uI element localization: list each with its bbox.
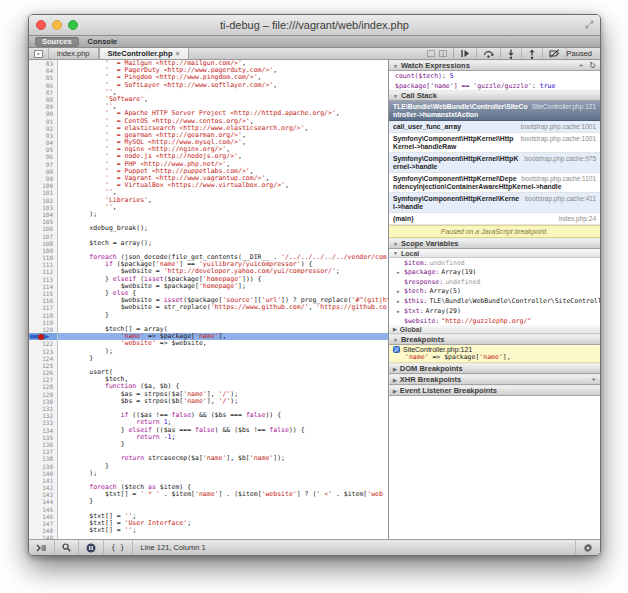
code-line[interactable]: ); (58, 470, 388, 477)
line-number[interactable]: 100 (29, 182, 57, 189)
section-event-listener-breakpoints[interactable]: ▶ Event Listener Breakpoints (389, 385, 600, 396)
line-number[interactable]: 87 (29, 89, 57, 96)
line-number[interactable]: 146 (29, 513, 57, 520)
code-line[interactable]: $txt[] = ''; (58, 527, 388, 534)
line-number[interactable]: 110 (29, 254, 57, 261)
line-number[interactable]: 129 (29, 391, 57, 398)
line-number[interactable]: 101 (29, 189, 57, 196)
add-watch-icon[interactable]: + (579, 61, 584, 70)
line-number[interactable]: 124 (29, 355, 57, 362)
line-number[interactable]: 91 (29, 118, 57, 125)
fullscreen-icon[interactable] (585, 20, 594, 29)
line-number[interactable]: 134 (29, 427, 57, 434)
code-line[interactable]: } (58, 441, 388, 448)
line-number[interactable]: 85 (29, 74, 57, 81)
scope-variable[interactable]: ▶$tech: Array(5) (389, 286, 600, 296)
pretty-print-icon[interactable]: { } (104, 540, 133, 555)
line-number[interactable]: 138 (29, 455, 57, 462)
line-number[interactable]: 84 (29, 67, 57, 74)
line-number[interactable]: 139 (29, 463, 57, 470)
line-number[interactable]: 98 (29, 168, 57, 175)
line-number[interactable]: 120 (29, 326, 57, 333)
line-number[interactable]: 115 (29, 290, 57, 297)
code-line[interactable]: } (58, 312, 388, 319)
scope-variable[interactable]: ▶$txt: Array(29) (389, 306, 600, 316)
code-line[interactable]: } (58, 498, 388, 505)
step-out-icon[interactable] (522, 48, 543, 59)
line-number[interactable]: 132 (29, 412, 57, 419)
line-number[interactable]: 135 (29, 434, 57, 441)
line-number[interactable]: 89 (29, 103, 57, 110)
line-number[interactable]: 90 (29, 110, 57, 117)
line-number[interactable]: 83 (29, 60, 57, 67)
line-number[interactable]: 97 (29, 161, 57, 168)
section-call-stack[interactable]: ▼ Call Stack (389, 90, 600, 101)
settings-gear-icon[interactable] (575, 540, 600, 555)
call-stack-frame[interactable]: SiteController.php:121TLE\Bundle\WebBund… (389, 101, 600, 121)
code-line[interactable]: $bs = strpos($b['name'], '/'); (58, 398, 388, 405)
breakpoint-entry[interactable]: ✓ SiteController.php:121 'name' => $pack… (389, 345, 600, 363)
tab-sources[interactable]: Sources (35, 37, 79, 47)
expand-triangle-icon[interactable]: ▶ (397, 288, 402, 296)
line-number[interactable]: 144 (29, 498, 57, 505)
add-xhr-breakpoint-icon[interactable]: + (591, 375, 596, 384)
line-number[interactable]: 99 (29, 175, 57, 182)
line-number[interactable]: 117 (29, 304, 57, 311)
refresh-watch-icon[interactable]: ↻ (589, 61, 596, 70)
line-number[interactable]: 86 (29, 82, 57, 89)
line-number[interactable]: 113 (29, 276, 57, 283)
line-number[interactable]: 105 (29, 218, 57, 225)
section-breakpoints[interactable]: ▼ Breakpoints (389, 334, 600, 345)
line-number[interactable] (29, 333, 57, 340)
line-number[interactable]: 114 (29, 283, 57, 290)
scope-variable[interactable]: ▶$package: Array(19) (389, 267, 600, 277)
line-number[interactable]: 133 (29, 419, 57, 426)
tab-index-php[interactable]: index.php (49, 48, 99, 59)
scope-group-global[interactable]: ▶ Global (389, 325, 600, 334)
line-number[interactable]: 96 (29, 153, 57, 160)
code-line[interactable]: ); (58, 211, 388, 218)
close-tab-icon[interactable]: × (176, 50, 180, 57)
line-number[interactable]: 125 (29, 362, 57, 369)
show-navigator-icon[interactable] (29, 48, 49, 59)
breakpoint-dot-icon[interactable] (38, 334, 44, 340)
code-line[interactable]: ); (58, 348, 388, 355)
line-number[interactable]: 142 (29, 484, 57, 491)
line-number[interactable]: 126 (29, 369, 57, 376)
line-number[interactable]: 88 (29, 96, 57, 103)
line-number[interactable]: 102 (29, 197, 57, 204)
toggle-breakpoints-icon[interactable] (543, 48, 567, 59)
history-forward-icon[interactable] (439, 50, 447, 57)
line-number[interactable]: 94 (29, 139, 57, 146)
step-over-icon[interactable] (477, 48, 501, 59)
code-line[interactable]: xdebug_break(); (58, 225, 388, 232)
step-into-icon[interactable] (501, 48, 522, 59)
section-watch-expressions[interactable]: ▼ Watch Expressions + ↻ (389, 60, 600, 71)
line-number[interactable]: 131 (29, 405, 57, 412)
scope-variable[interactable]: ▶$this: TLE\Bundle\WebBundle\Controller\… (389, 296, 600, 306)
line-number[interactable]: 108 (29, 240, 57, 247)
line-number[interactable]: 92 (29, 125, 57, 132)
line-number[interactable]: 137 (29, 448, 57, 455)
line-number[interactable]: 145 (29, 506, 57, 513)
line-number[interactable]: 109 (29, 247, 57, 254)
scope-variable[interactable]: $response: undefined (389, 277, 600, 286)
call-stack-frame[interactable]: bootstrap.php.cache:1001Symfony\Componen… (389, 133, 600, 153)
line-number[interactable]: 116 (29, 297, 57, 304)
line-number[interactable]: 143 (29, 491, 57, 498)
line-number[interactable]: 106 (29, 225, 57, 232)
line-number[interactable]: 118 (29, 312, 57, 319)
line-number[interactable]: 123 (29, 348, 57, 355)
line-number[interactable]: 130 (29, 398, 57, 405)
call-stack-frame[interactable]: index.php:24(main) (389, 213, 600, 225)
expand-triangle-icon[interactable]: ▶ (397, 298, 402, 306)
breakpoint-checkbox[interactable]: ✓ (393, 346, 400, 353)
resume-icon[interactable] (454, 48, 477, 59)
line-number[interactable]: 147 (29, 520, 57, 527)
section-xhr-breakpoints[interactable]: ▶ XHR Breakpoints + (389, 374, 600, 385)
line-number[interactable]: 111 (29, 261, 57, 268)
history-back-icon[interactable] (427, 50, 435, 57)
scope-group-local[interactable]: ▼ Local (389, 249, 600, 258)
tab-console[interactable]: Console (81, 37, 125, 47)
expand-triangle-icon[interactable]: ▶ (397, 269, 402, 277)
